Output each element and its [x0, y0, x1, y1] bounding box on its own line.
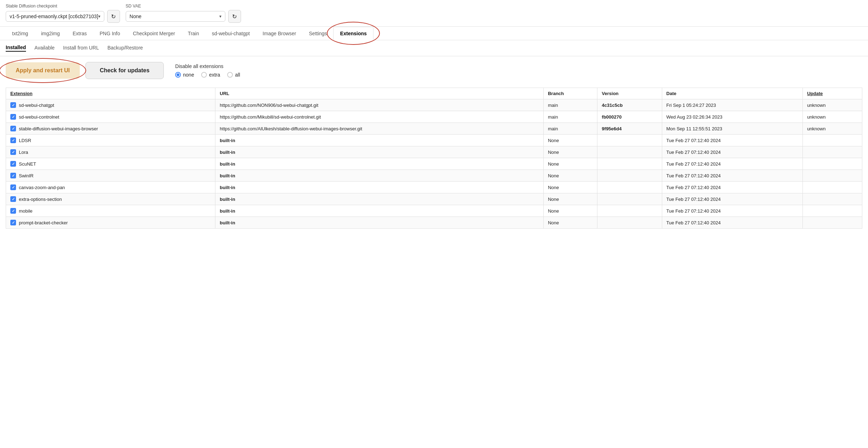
extension-update: unknown	[802, 123, 862, 135]
nav-tabs: txt2imgimg2imgExtrasPNG InfoCheckpoint M…	[0, 27, 868, 40]
table-row: sd-webui-controlnethttps://github.com/Mi…	[6, 111, 862, 123]
extension-name: Lora	[19, 150, 28, 155]
extension-version: fb000270	[597, 111, 662, 123]
extension-checkbox[interactable]	[10, 114, 16, 120]
nav-tab-extras[interactable]: Extras	[66, 27, 93, 40]
table-row: stable-diffusion-webui-images-browserhtt…	[6, 123, 862, 135]
extension-branch: None	[543, 193, 597, 205]
extension-name: ScuNET	[19, 161, 36, 167]
extension-branch: None	[543, 205, 597, 217]
extension-version	[597, 146, 662, 158]
extension-name: prompt-bracket-checker	[19, 220, 68, 225]
sub-tab-install-from-url[interactable]: Install from URL	[63, 45, 99, 51]
extension-date: Wed Aug 23 02:26:34 2023	[662, 111, 802, 123]
extension-name: stable-diffusion-webui-images-browser	[19, 126, 98, 131]
radio-label-all: all	[235, 72, 240, 78]
vae-dropdown[interactable]: None ▾	[126, 11, 225, 22]
extension-cell: sd-webui-chatgpt	[6, 99, 215, 111]
extension-url: built-in	[215, 217, 544, 229]
extension-cell: ScuNET	[6, 158, 215, 170]
checkpoint-label: Stable Diffusion checkpoint	[6, 4, 120, 9]
extension-name: sd-webui-controlnet	[19, 114, 59, 120]
extension-checkbox[interactable]	[10, 196, 16, 202]
extension-version	[597, 205, 662, 217]
radio-option-extra[interactable]: extra	[201, 72, 220, 78]
checkpoint-refresh-button[interactable]: ↻	[107, 10, 120, 23]
extension-name: LDSR	[19, 138, 31, 143]
nav-tab-settings[interactable]: Settings	[303, 27, 334, 40]
extension-update	[802, 193, 862, 205]
refresh-icon: ↻	[232, 13, 237, 20]
extension-branch: None	[543, 158, 597, 170]
top-bar: Stable Diffusion checkpoint v1-5-pruned-…	[0, 0, 868, 27]
extension-version	[597, 135, 662, 146]
extension-url: https://github.com/NON906/sd-webui-chatg…	[215, 99, 544, 111]
extension-checkbox[interactable]	[10, 126, 16, 131]
extensions-table-wrapper: ExtensionURLBranchVersionDateUpdate sd-w…	[0, 85, 868, 234]
extension-url: built-in	[215, 158, 544, 170]
vae-value: None	[130, 14, 141, 19]
checkpoint-row: v1-5-pruned-emaonly.ckpt [cc6cb27103] ▾ …	[6, 10, 120, 23]
radio-circle-all	[227, 72, 233, 78]
apply-restart-button[interactable]: Apply and restart UI	[6, 62, 80, 79]
extension-date: Tue Feb 27 07:12:40 2024	[662, 170, 802, 182]
extension-version	[597, 170, 662, 182]
nav-tab-train[interactable]: Train	[182, 27, 205, 40]
radio-option-none[interactable]: none	[175, 72, 194, 78]
extension-update	[802, 217, 862, 229]
extension-url: built-in	[215, 146, 544, 158]
checkpoint-value: v1-5-pruned-emaonly.ckpt [cc6cb27103]	[10, 14, 98, 19]
extension-url: built-in	[215, 182, 544, 193]
extension-checkbox[interactable]	[10, 102, 16, 108]
extensions-table: ExtensionURLBranchVersionDateUpdate sd-w…	[6, 88, 862, 229]
extension-update	[802, 135, 862, 146]
extension-branch: None	[543, 135, 597, 146]
extension-checkbox[interactable]	[10, 208, 16, 214]
extension-update	[802, 158, 862, 170]
extensions-tab-inner[interactable]: Extensions	[333, 27, 373, 40]
extension-branch: main	[543, 123, 597, 135]
extension-checkbox[interactable]	[10, 137, 16, 143]
table-row: LDSRbuilt-inNoneTue Feb 27 07:12:40 2024	[6, 135, 862, 146]
extension-branch: None	[543, 217, 597, 229]
disable-extensions-section: Disable all extensions noneextraall	[175, 63, 240, 78]
extension-branch: None	[543, 182, 597, 193]
extension-update	[802, 205, 862, 217]
sub-tab-available[interactable]: Available	[35, 45, 55, 51]
table-row: ScuNETbuilt-inNoneTue Feb 27 07:12:40 20…	[6, 158, 862, 170]
col-header-version: Version	[597, 88, 662, 99]
radio-label-none: none	[183, 72, 194, 78]
extension-version: 9f95e6d4	[597, 123, 662, 135]
vae-refresh-button[interactable]: ↻	[228, 10, 241, 23]
nav-tab-txt2img[interactable]: txt2img	[6, 27, 35, 40]
extension-checkbox[interactable]	[10, 173, 16, 178]
extension-url: built-in	[215, 170, 544, 182]
extension-branch: main	[543, 99, 597, 111]
nav-tab-image-browser[interactable]: Image Browser	[256, 27, 303, 40]
extension-checkbox[interactable]	[10, 161, 16, 167]
extension-checkbox[interactable]	[10, 184, 16, 190]
nav-tab-checkpoint-merger[interactable]: Checkpoint Merger	[126, 27, 181, 40]
extension-date: Mon Sep 11 12:55:51 2023	[662, 123, 802, 135]
nav-tab-png-info[interactable]: PNG Info	[93, 27, 127, 40]
check-updates-button[interactable]: Check for updates	[85, 62, 164, 79]
extension-cell: prompt-bracket-checker	[6, 217, 215, 229]
controls-area: Apply and restart UI Check for updates D…	[0, 56, 868, 85]
vae-label: SD VAE	[126, 4, 241, 9]
table-row: canvas-zoom-and-panbuilt-inNoneTue Feb 2…	[6, 182, 862, 193]
extension-cell: sd-webui-controlnet	[6, 111, 215, 123]
extension-date: Tue Feb 27 07:12:40 2024	[662, 217, 802, 229]
checkpoint-dropdown[interactable]: v1-5-pruned-emaonly.ckpt [cc6cb27103] ▾	[6, 11, 104, 22]
extension-version	[597, 158, 662, 170]
extension-url: built-in	[215, 205, 544, 217]
sub-tab-installed[interactable]: Installed	[6, 45, 26, 52]
sub-tabs: InstalledAvailableInstall from URLBackup…	[0, 40, 868, 56]
nav-tab-sd-webui-chatgpt[interactable]: sd-webui-chatgpt	[205, 27, 256, 40]
nav-tab-img2img[interactable]: img2img	[35, 27, 66, 40]
extension-checkbox[interactable]	[10, 220, 16, 225]
extension-update	[802, 170, 862, 182]
sub-tab-backup-restore[interactable]: Backup/Restore	[108, 45, 143, 51]
radio-option-all[interactable]: all	[227, 72, 240, 78]
extension-checkbox[interactable]	[10, 149, 16, 155]
table-row: sd-webui-chatgpthttps://github.com/NON90…	[6, 99, 862, 111]
